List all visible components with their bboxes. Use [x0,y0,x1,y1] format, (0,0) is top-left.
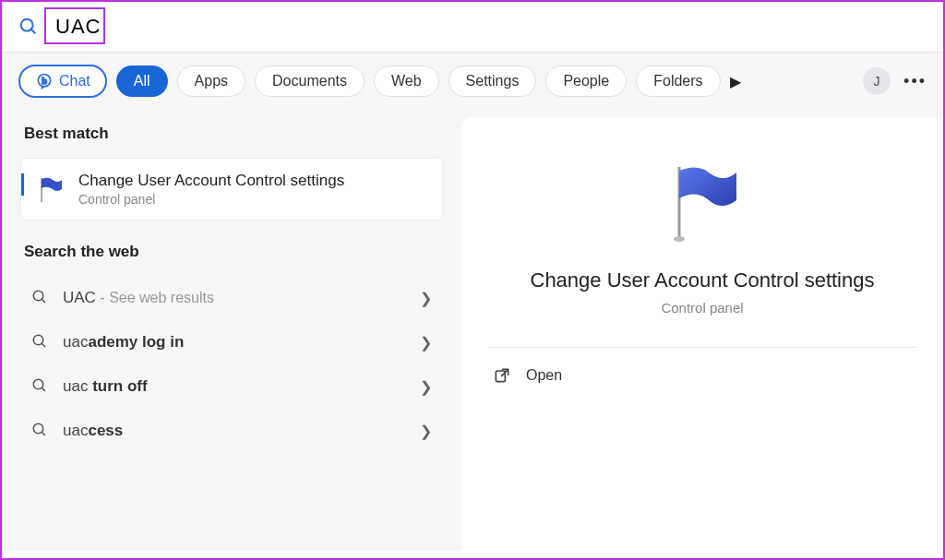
web-result-text: uacademy log in [63,333,407,351]
user-avatar[interactable]: J [863,67,891,95]
svg-text:b: b [42,77,47,86]
flag-icon [36,174,66,204]
web-result-3[interactable]: uaccess ❯ [20,409,443,453]
svg-point-0 [21,19,33,31]
svg-line-8 [42,343,45,347]
search-web-heading: Search the web [24,243,439,261]
search-icon [31,377,50,396]
best-match-text: Change User Account Control settings Con… [78,172,344,207]
search-input[interactable] [48,11,879,42]
divider [489,347,915,348]
preview-title: Change User Account Control settings [531,268,875,292]
open-icon [493,366,511,385]
search-icon [31,422,50,440]
svg-rect-15 [496,371,505,382]
scroll-right-icon[interactable]: ▶ [730,73,741,90]
filter-folders[interactable]: Folders [636,66,720,97]
filter-right-area: J ••• [863,67,927,95]
svg-point-9 [33,379,43,389]
content-area: Best match Change User Account Control s… [2,110,943,551]
chat-label: Chat [59,73,90,89]
svg-line-12 [42,432,45,435]
chat-chip[interactable]: b Chat [18,65,107,98]
best-match-title: Change User Account Control settings [78,172,344,190]
best-match-result[interactable]: Change User Account Control settings Con… [20,158,443,220]
search-bar [2,2,943,53]
preview-subtitle: Control panel [661,300,743,316]
open-action[interactable]: Open [489,355,915,396]
open-label: Open [526,367,562,384]
chevron-right-icon: ❯ [420,378,432,396]
web-result-1[interactable]: uacademy log in ❯ [20,320,443,364]
search-icon [31,333,50,351]
web-result-text: uac turn off [63,377,407,396]
search-icon [18,17,39,37]
chevron-right-icon: ❯ [420,334,432,351]
filter-all[interactable]: All [116,66,168,97]
svg-line-1 [31,30,36,34]
search-icon [31,289,50,307]
results-column: Best match Change User Account Control s… [2,110,461,551]
svg-point-5 [33,291,43,301]
chevron-right-icon: ❯ [420,290,432,307]
filter-apps[interactable]: Apps [177,66,245,97]
more-icon[interactable]: ••• [903,72,927,91]
bing-chat-icon: b [35,72,54,90]
filter-documents[interactable]: Documents [255,66,365,97]
web-result-text: uaccess [63,422,407,440]
web-result-text: UAC - See web results [63,289,407,307]
search-input-wrapper [48,11,879,42]
svg-point-11 [33,423,43,434]
web-result-2[interactable]: uac turn off ❯ [20,364,443,409]
filter-web[interactable]: Web [374,66,439,97]
best-match-heading: Best match [24,125,439,143]
web-result-0[interactable]: UAC - See web results ❯ [20,276,443,320]
filter-people[interactable]: People [545,66,627,97]
filter-settings[interactable]: Settings [449,66,537,97]
preview-panel: Change User Account Control settings Con… [461,117,943,551]
svg-point-14 [674,236,685,242]
svg-point-7 [33,335,43,345]
svg-line-10 [42,387,45,391]
best-match-subtitle: Control panel [78,192,344,207]
svg-line-6 [42,299,45,303]
chevron-right-icon: ❯ [420,423,432,440]
flag-icon-large [661,163,744,246]
filter-row: b Chat All Apps Documents Web Settings P… [2,53,943,110]
